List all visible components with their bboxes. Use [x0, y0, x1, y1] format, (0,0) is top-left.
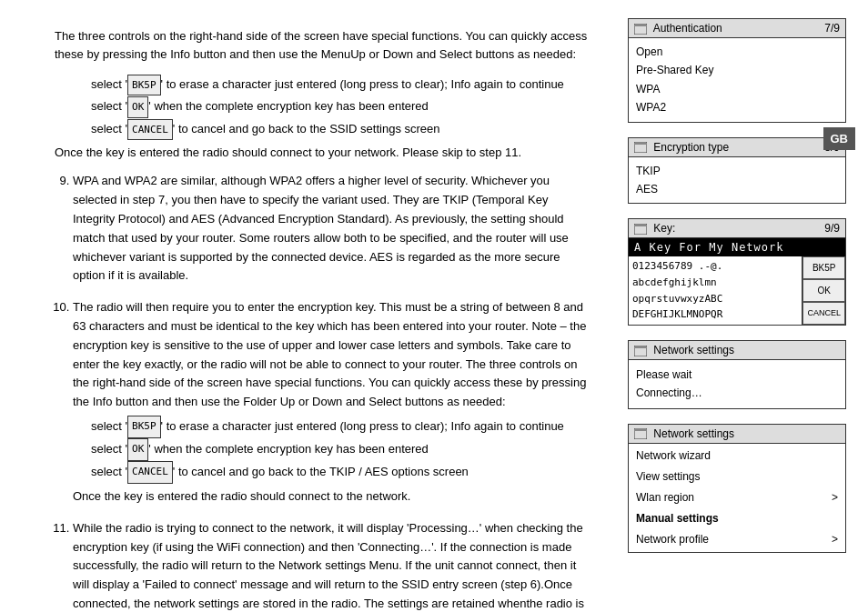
key-row-1: 0123456789 .-@. [632, 258, 798, 275]
key-entry-field: A Key For My Network [629, 238, 845, 256]
key-chars: 0123456789 .-@. abcdefghijklmn opqrstuvw… [629, 256, 802, 324]
select-line-1: select 'BK5P' to erase a character just … [91, 74, 591, 95]
key-row-4: DEFGHIJKLMNOPQR [632, 306, 798, 323]
bk5p-badge-intro: BK5P [127, 75, 161, 96]
bk5p-badge-10: BK5P [127, 416, 161, 438]
auth-item-1: Pre-Shared Key [636, 61, 838, 79]
menu-item-4-arrow: > [832, 531, 838, 548]
cancel-badge-10: CANCEL [127, 461, 173, 484]
key-page: 9/9 [824, 222, 840, 235]
net-wait-header: Network settings [629, 341, 845, 360]
step-10-select-1-text: to erase a character just entered (long … [167, 419, 564, 433]
key-title: Key: [653, 222, 675, 235]
net-wait-title: Network settings [653, 344, 734, 356]
step-9-text: WPA and WPA2 are similar, although WPA2 … [73, 174, 569, 282]
step-9: WPA and WPA2 are similar, although WPA2 … [73, 172, 591, 286]
step-10-select-3-text: to cancel and go back to the TKIP / AES … [178, 465, 469, 478]
net-menu-title: Network settings [653, 427, 734, 440]
key-row-2: abcdefghijklmn [632, 275, 798, 291]
key-entry-box: Key: 9/9 A Key For My Network 0123456789… [628, 218, 846, 325]
enc-header-icon: Encryption type [634, 141, 729, 154]
step-10: The radio will then require you to enter… [73, 298, 591, 507]
intro-footer: Once the key is entered the radio should… [55, 145, 591, 159]
net-menu-header: Network settings [629, 425, 845, 444]
step-10-footer: Once the key is entered the radio should… [73, 487, 591, 507]
select-line-3-text: to cancel and go back to the SSID settin… [178, 122, 440, 135]
main-content: The three controls on the right-hand sid… [0, 0, 619, 612]
menu-item-1[interactable]: View settings [629, 467, 845, 487]
menu-item-1-label: View settings [636, 468, 700, 486]
select-line-3: select 'CANCEL' to cancel and go back to… [91, 118, 591, 140]
enc-item-1: AES [636, 180, 838, 198]
sidebar: GB Authentication 7/9 Open Pre-Shared Ke… [619, 0, 855, 612]
auth-item-0: Open [636, 43, 838, 61]
ok-button[interactable]: OK [802, 279, 845, 302]
menu-item-3[interactable]: Manual settings [629, 508, 845, 529]
menu-item-0[interactable]: Network wizard [629, 446, 845, 467]
ok-badge-intro: OK [127, 96, 148, 118]
net-wait-body: Please wait Connecting… [629, 360, 845, 408]
menu-item-0-label: Network wizard [636, 447, 711, 465]
auth-page: 7/9 [824, 22, 840, 35]
svg-rect-5 [635, 225, 646, 226]
key-header-icon: Key: [634, 222, 675, 235]
cancel-badge-intro: CANCEL [127, 119, 173, 141]
auth-box-header: Authentication 7/9 [629, 19, 845, 38]
intro-select-lines: select 'BK5P' to erase a character just … [91, 74, 591, 140]
step-11-text: While the radio is trying to connect to … [73, 521, 584, 612]
svg-rect-3 [635, 143, 646, 145]
step-10-select-lines: select 'BK5P' to erase a character just … [91, 416, 591, 484]
enc-item-0: TKIP [636, 162, 838, 180]
step-10-select-1: select 'BK5P' to erase a character just … [91, 416, 591, 438]
select-line-1-text: to erase a character just entered (long … [167, 77, 564, 91]
enc-box: Encryption type 8/9 TKIP AES [628, 137, 846, 205]
select-line-2: select 'OK' when the complete encryption… [91, 95, 591, 117]
enc-box-body: TKIP AES [629, 157, 845, 204]
key-grid: 0123456789 .-@. abcdefghijklmn opqrstuvw… [629, 256, 845, 324]
net-wait-box: Network settings Please wait Connecting… [628, 340, 846, 409]
menu-item-2-label: Wlan region [636, 489, 694, 507]
auth-item-2: WPA [636, 80, 838, 98]
gb-tab: GB [823, 127, 856, 150]
auth-header-icon: Authentication [634, 22, 722, 35]
enc-box-header: Encryption type 8/9 [629, 138, 845, 157]
auth-item-3: WPA2 [636, 98, 838, 116]
step-10-select-2: select 'OK' when the complete encryption… [91, 438, 591, 461]
key-box-header: Key: 9/9 [629, 219, 845, 238]
step-10-select-3: select 'CANCEL' to cancel and go back to… [91, 461, 591, 484]
step-10-text: The radio will then require you to enter… [73, 300, 586, 408]
net-wait-line2: Connecting… [636, 384, 838, 402]
key-row-3: opqrstuvwxyzABC [632, 291, 798, 307]
menu-item-2-arrow: > [832, 489, 838, 507]
select-line-2-text: when the complete encryption key has bee… [154, 99, 428, 113]
cancel-button[interactable]: CANCEL [802, 302, 845, 325]
auth-box: Authentication 7/9 Open Pre-Shared Key W… [628, 18, 846, 123]
step-11: While the radio is trying to connect to … [73, 519, 591, 612]
key-buttons: BK5P OK CANCEL [802, 256, 845, 324]
menu-item-3-label: Manual settings [636, 510, 719, 527]
net-menu-box: Network settings Network wizard View set… [628, 424, 846, 554]
step-10-select-2-text: when the complete encryption key has bee… [154, 442, 428, 456]
svg-rect-1 [635, 25, 646, 26]
intro-paragraph: The three controls on the right-hand sid… [55, 27, 591, 63]
net-menu-body: Network wizard View settings Wlan region… [629, 444, 845, 553]
auth-title: Authentication [653, 22, 722, 35]
enc-title: Encryption type [653, 141, 729, 154]
menu-item-2[interactable]: Wlan region > [629, 487, 845, 508]
net-wait-line1: Please wait [636, 366, 838, 384]
svg-rect-9 [635, 429, 646, 431]
bk5p-button[interactable]: BK5P [802, 256, 845, 279]
svg-rect-7 [635, 346, 646, 348]
auth-box-body: Open Pre-Shared Key WPA WPA2 [629, 38, 845, 122]
ok-badge-10: OK [127, 438, 148, 461]
menu-item-4[interactable]: Network profile > [629, 529, 845, 550]
steps-list: WPA and WPA2 are similar, although WPA2 … [55, 172, 591, 612]
menu-item-4-label: Network profile [636, 531, 709, 548]
